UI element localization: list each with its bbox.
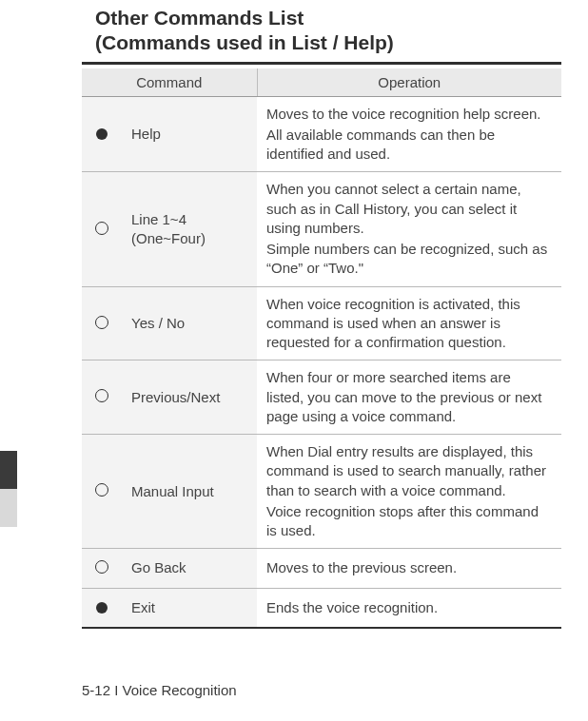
col-header-operation: Operation: [257, 68, 561, 97]
heading-line-2: (Commands used in List / Help): [95, 30, 561, 55]
table-row: ExitEnds the voice recognition.: [82, 588, 561, 628]
command-label: Go Back: [131, 559, 186, 575]
table-row: Line 1~4(One~Four)When you cannot select…: [82, 172, 561, 286]
operation-text: When four or more searched items are lis…: [266, 368, 552, 426]
table-row: Manual InputWhen Dial entry results are …: [82, 435, 561, 549]
command-cell: Manual Input: [122, 435, 257, 549]
commands-table-body: HelpMoves to the voice recognition help …: [82, 96, 561, 628]
command-cell: Yes / No: [122, 286, 257, 360]
operation-cell: When voice recognition is activated, thi…: [257, 286, 561, 360]
operation-cell: When Dial entry results are displayed, t…: [257, 435, 561, 549]
bullet-filled-icon: [82, 588, 122, 628]
command-label: Yes / No: [131, 315, 185, 331]
commands-table: Command Operation HelpMoves to the voice…: [82, 68, 561, 629]
bullet-hollow-icon: [82, 286, 122, 360]
page: Other Commands List (Commands used in Li…: [0, 0, 588, 721]
section-heading: Other Commands List (Commands used in Li…: [95, 6, 561, 56]
table-header-row: Command Operation: [82, 68, 561, 97]
bullet-hollow-icon: [82, 435, 122, 549]
bullet-hollow-icon: [82, 549, 122, 588]
operation-text: When you cannot select a certain name, s…: [266, 180, 552, 238]
operation-text: Simple numbers can be recognized, such a…: [266, 240, 552, 279]
command-cell: Exit: [122, 588, 257, 628]
operation-text: When voice recognition is activated, thi…: [266, 295, 552, 353]
command-label: Previous/Next: [131, 389, 220, 405]
bullet-hollow-icon: [82, 172, 122, 286]
bullet-filled-icon: [82, 96, 122, 172]
table-row: Previous/NextWhen four or more searched …: [82, 360, 561, 435]
operation-cell: When four or more searched items are lis…: [257, 360, 561, 435]
page-footer: 5-12 I Voice Recognition: [82, 682, 237, 698]
command-sublabel: (One~Four): [131, 229, 247, 248]
command-label: Manual Input: [131, 483, 214, 499]
command-cell: Go Back: [122, 549, 257, 588]
operation-text: Voice recognition stops after this comma…: [266, 502, 552, 541]
command-label: Line 1~4: [131, 211, 186, 227]
side-tab-dark: [0, 451, 17, 489]
table-row: Yes / NoWhen voice recognition is activa…: [82, 286, 561, 360]
operation-text: Moves to the previous screen.: [266, 558, 552, 577]
command-label: Exit: [131, 599, 155, 615]
operation-cell: Ends the voice recognition.: [257, 588, 561, 628]
table-row: HelpMoves to the voice recognition help …: [82, 96, 561, 172]
command-cell: Previous/Next: [122, 360, 257, 435]
heading-line-1: Other Commands List: [95, 6, 561, 30]
operation-text: Moves to the voice recognition help scre…: [266, 105, 552, 124]
command-cell: Help: [122, 96, 257, 172]
operation-cell: Moves to the voice recognition help scre…: [257, 96, 561, 172]
table-row: Go BackMoves to the previous screen.: [82, 549, 561, 588]
operation-cell: When you cannot select a certain name, s…: [257, 172, 561, 286]
command-cell: Line 1~4(One~Four): [122, 172, 257, 286]
operation-cell: Moves to the previous screen.: [257, 549, 561, 588]
bullet-hollow-icon: [82, 360, 122, 435]
operation-text: Ends the voice recognition.: [266, 598, 552, 617]
col-header-command: Command: [82, 68, 257, 97]
command-label: Help: [131, 126, 161, 142]
side-tab-light: [0, 489, 17, 527]
operation-text: When Dial entry results are displayed, t…: [266, 442, 552, 500]
heading-rule: [82, 62, 561, 65]
side-tab-marks: [0, 0, 17, 721]
operation-text: All available commands can then be ident…: [266, 126, 552, 165]
